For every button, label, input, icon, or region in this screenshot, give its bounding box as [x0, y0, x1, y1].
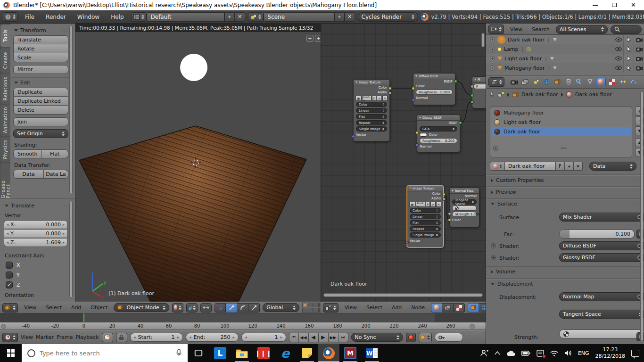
- constraints-tab-icon[interactable]: [563, 78, 573, 86]
- decrement-icon[interactable]: ◂: [190, 335, 191, 339]
- node-diffuse-bsdf[interactable]: Diffuse BSDF BSDF Color Roughness:0.000 …: [413, 73, 455, 105]
- editor-type-button-properties[interactable]: [488, 77, 504, 87]
- scene-browse-button[interactable]: [248, 12, 264, 22]
- socket-fac-in[interactable]: [471, 85, 474, 88]
- timeline[interactable]: -40 -20 0 20 40 60 80 100 120 140 160 18…: [0, 313, 486, 344]
- layout-name-field[interactable]: Default: [147, 12, 224, 22]
- breadcrumb-material[interactable]: Dark oak floor: [575, 91, 612, 98]
- increment-icon[interactable]: ▸: [281, 335, 282, 339]
- fac-slider[interactable]: 0.100: [559, 230, 635, 239]
- visibility-eye-icon[interactable]: [613, 63, 623, 73]
- node-glossy-bsdf[interactable]: Glossy BSDF BSDF GGX Color Roughness:0.2…: [417, 115, 460, 152]
- socket-shader2-in[interactable]: [471, 100, 474, 104]
- fac-slider[interactable]: F: [473, 84, 486, 89]
- outliner-search-field[interactable]: [611, 25, 642, 34]
- node-image-texture-1[interactable]: Image Texture Color Alpha ▦ Dark o F ▱ ✕…: [353, 79, 390, 141]
- decrement-icon[interactable]: ◂: [134, 335, 136, 339]
- texture-nodes-button[interactable]: [454, 303, 465, 313]
- region-expand-icon[interactable]: [306, 35, 314, 42]
- source-dropdown[interactable]: Single Image: [410, 232, 441, 238]
- socket-color-in[interactable]: [448, 218, 451, 222]
- scene-name-field[interactable]: Scene: [264, 12, 334, 22]
- wifi-icon[interactable]: [550, 350, 558, 356]
- socket-strength-in[interactable]: [448, 212, 451, 215]
- custom-properties-panel[interactable]: Custom Properties: [486, 175, 644, 185]
- socket-vector-in[interactable]: [405, 241, 409, 244]
- start-frame-field[interactable]: ◂ Start:1 ▸: [130, 333, 183, 342]
- color-swatch[interactable]: [420, 133, 427, 137]
- view-menu[interactable]: View: [21, 334, 33, 340]
- select-menu[interactable]: Select: [363, 304, 386, 311]
- renderability-camera-icon[interactable]: [634, 44, 644, 54]
- world-tab-icon[interactable]: [542, 78, 552, 86]
- increment-icon[interactable]: ▸: [63, 240, 65, 245]
- taskbar-app-l[interactable]: L: [209, 344, 231, 362]
- expand-icon[interactable]: [490, 66, 495, 71]
- node-normal-map[interactable]: Normal Map Normal Tangent Space Strength…: [449, 188, 479, 227]
- view-menu[interactable]: View: [21, 304, 40, 311]
- editor-type-button-timeline[interactable]: [2, 333, 18, 342]
- increment-icon[interactable]: ▸: [63, 222, 65, 227]
- set-origin-dropdown[interactable]: Set Origin: [13, 129, 68, 138]
- manipulator-translate-button[interactable]: [226, 303, 237, 313]
- menu-help[interactable]: Help: [107, 14, 128, 20]
- socket-color-out[interactable]: [388, 87, 392, 90]
- outliner-row-dark-oak-floor[interactable]: Dark oak floor|: [486, 35, 644, 44]
- extension-dropdown[interactable]: Repeat: [356, 120, 387, 125]
- clock[interactable]: 17:23 28/12/2018: [595, 346, 625, 360]
- image-selector[interactable]: ▦ Dark o F ▱ ✕: [355, 96, 388, 101]
- image-selector[interactable]: ▦ Dark o F ▱ ✕: [409, 202, 441, 207]
- translate-operator-header[interactable]: Translate: [5, 203, 67, 209]
- sync-dropdown[interactable]: No Sync: [351, 333, 403, 342]
- node-editor-vscrollbar[interactable]: [481, 33, 485, 47]
- space-dropdown[interactable]: Tangent Space: [452, 199, 477, 205]
- shade-smooth-button[interactable]: Smooth: [13, 149, 41, 158]
- render-tab-icon[interactable]: [509, 78, 519, 86]
- menu-window[interactable]: Window: [73, 14, 104, 20]
- menu-file[interactable]: File: [21, 14, 39, 20]
- transform-panel-header[interactable]: Transform: [14, 27, 68, 33]
- people-icon[interactable]: [480, 349, 488, 357]
- scene-tab-icon[interactable]: [531, 78, 541, 86]
- outliner-row-light-oak-floor[interactable]: Light oak floor|: [486, 54, 644, 63]
- decrement-icon[interactable]: ◂: [7, 222, 8, 227]
- taskbar-app-sticky-notes[interactable]: [296, 344, 318, 362]
- projection-dropdown[interactable]: Flat: [356, 114, 387, 119]
- selectability-cursor-icon[interactable]: [623, 44, 634, 54]
- preview-panel[interactable]: Preview: [486, 187, 644, 197]
- selectability-cursor-icon[interactable]: [623, 63, 634, 73]
- region-expand-icon[interactable]: [315, 35, 321, 42]
- material-tab-icon[interactable]: [596, 78, 606, 86]
- surface-panel[interactable]: Surface: [486, 199, 644, 208]
- object-tab-icon[interactable]: [553, 78, 562, 86]
- tab-relations[interactable]: Relations: [0, 74, 10, 104]
- end-frame-field[interactable]: ◂ End:250 ▸: [186, 333, 239, 342]
- object-menu[interactable]: Object: [87, 304, 111, 311]
- add-menu[interactable]: Add: [388, 304, 405, 311]
- shader2-dropdown[interactable]: Glossy BSDF: [559, 253, 644, 262]
- vector-y-field[interactable]: ◂Y:0.000▸: [4, 229, 67, 238]
- prev-keyframe-icon[interactable]: ◀◀: [299, 333, 309, 342]
- unlink-material-button[interactable]: ✕: [574, 162, 583, 171]
- slot-light-oak-floor[interactable]: Light oak floor: [491, 117, 631, 127]
- taskbar-app-explorer[interactable]: [231, 344, 253, 362]
- search-input[interactable]: [40, 350, 172, 357]
- data-layout-transfer-button[interactable]: Data La: [44, 170, 68, 179]
- taskbar-app-blender[interactable]: [318, 344, 339, 362]
- translate-button[interactable]: Translate: [13, 35, 68, 44]
- socket-bsdf-out[interactable]: [454, 80, 457, 83]
- taskbar-app-m[interactable]: M: [339, 344, 361, 362]
- view-menu[interactable]: View: [507, 26, 526, 33]
- keying-set-button[interactable]: [419, 333, 432, 342]
- roughness-slider[interactable]: Roughness:0.200: [420, 138, 457, 143]
- expand-icon[interactable]: [490, 37, 495, 42]
- preview-range-button[interactable]: [102, 333, 113, 342]
- vector-x-field[interactable]: ◂X:0.000▸: [4, 220, 67, 229]
- scale-button[interactable]: Scale: [13, 53, 68, 62]
- join-button[interactable]: Join: [13, 117, 68, 126]
- rotate-button[interactable]: Rotate: [13, 44, 68, 53]
- language-indicator[interactable]: ENG: [578, 350, 589, 356]
- renderability-camera-icon[interactable]: [634, 35, 644, 44]
- editor-type-button-info[interactable]: i: [3, 12, 18, 22]
- jump-to-end-icon[interactable]: ⏭: [339, 333, 348, 342]
